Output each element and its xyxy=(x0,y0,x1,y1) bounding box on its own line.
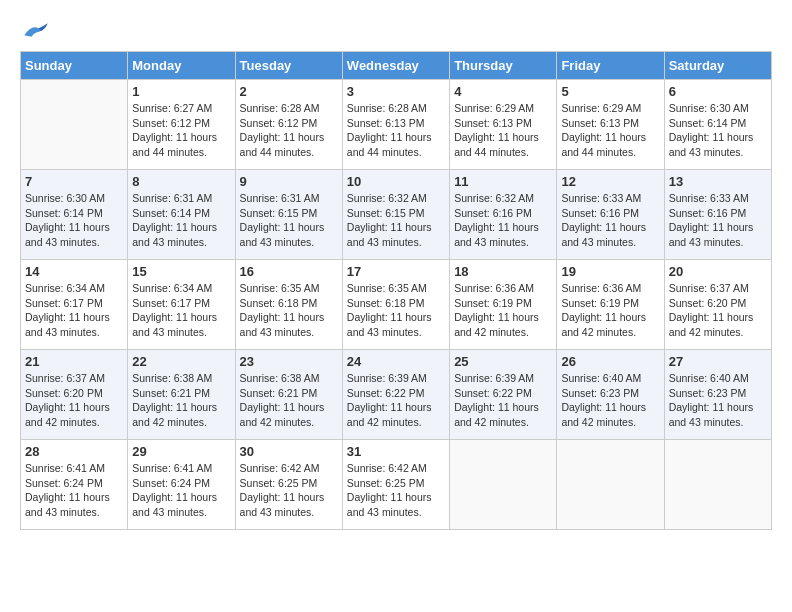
day-info: Sunrise: 6:36 AM Sunset: 6:19 PM Dayligh… xyxy=(454,281,552,340)
calendar-cell: 26Sunrise: 6:40 AM Sunset: 6:23 PM Dayli… xyxy=(557,350,664,440)
calendar-cell: 2Sunrise: 6:28 AM Sunset: 6:12 PM Daylig… xyxy=(235,80,342,170)
day-info: Sunrise: 6:31 AM Sunset: 6:14 PM Dayligh… xyxy=(132,191,230,250)
calendar-cell: 18Sunrise: 6:36 AM Sunset: 6:19 PM Dayli… xyxy=(450,260,557,350)
day-number: 11 xyxy=(454,174,552,189)
day-info: Sunrise: 6:39 AM Sunset: 6:22 PM Dayligh… xyxy=(347,371,445,430)
calendar-cell: 27Sunrise: 6:40 AM Sunset: 6:23 PM Dayli… xyxy=(664,350,771,440)
day-number: 31 xyxy=(347,444,445,459)
calendar-cell: 9Sunrise: 6:31 AM Sunset: 6:15 PM Daylig… xyxy=(235,170,342,260)
calendar-cell: 13Sunrise: 6:33 AM Sunset: 6:16 PM Dayli… xyxy=(664,170,771,260)
day-info: Sunrise: 6:40 AM Sunset: 6:23 PM Dayligh… xyxy=(561,371,659,430)
day-number: 18 xyxy=(454,264,552,279)
calendar-cell xyxy=(557,440,664,530)
calendar-cell xyxy=(450,440,557,530)
calendar-cell: 19Sunrise: 6:36 AM Sunset: 6:19 PM Dayli… xyxy=(557,260,664,350)
day-info: Sunrise: 6:38 AM Sunset: 6:21 PM Dayligh… xyxy=(240,371,338,430)
day-number: 13 xyxy=(669,174,767,189)
calendar-week-row: 7Sunrise: 6:30 AM Sunset: 6:14 PM Daylig… xyxy=(21,170,772,260)
calendar-cell: 21Sunrise: 6:37 AM Sunset: 6:20 PM Dayli… xyxy=(21,350,128,440)
day-number: 4 xyxy=(454,84,552,99)
day-number: 9 xyxy=(240,174,338,189)
header-saturday: Saturday xyxy=(664,52,771,80)
day-info: Sunrise: 6:34 AM Sunset: 6:17 PM Dayligh… xyxy=(25,281,123,340)
day-number: 12 xyxy=(561,174,659,189)
day-info: Sunrise: 6:39 AM Sunset: 6:22 PM Dayligh… xyxy=(454,371,552,430)
calendar-cell: 7Sunrise: 6:30 AM Sunset: 6:14 PM Daylig… xyxy=(21,170,128,260)
day-number: 14 xyxy=(25,264,123,279)
day-info: Sunrise: 6:30 AM Sunset: 6:14 PM Dayligh… xyxy=(25,191,123,250)
day-info: Sunrise: 6:42 AM Sunset: 6:25 PM Dayligh… xyxy=(347,461,445,520)
day-info: Sunrise: 6:30 AM Sunset: 6:14 PM Dayligh… xyxy=(669,101,767,160)
calendar-cell: 3Sunrise: 6:28 AM Sunset: 6:13 PM Daylig… xyxy=(342,80,449,170)
calendar-table: SundayMondayTuesdayWednesdayThursdayFrid… xyxy=(20,51,772,530)
day-info: Sunrise: 6:31 AM Sunset: 6:15 PM Dayligh… xyxy=(240,191,338,250)
calendar-header-row: SundayMondayTuesdayWednesdayThursdayFrid… xyxy=(21,52,772,80)
day-number: 6 xyxy=(669,84,767,99)
calendar-cell: 25Sunrise: 6:39 AM Sunset: 6:22 PM Dayli… xyxy=(450,350,557,440)
day-info: Sunrise: 6:28 AM Sunset: 6:12 PM Dayligh… xyxy=(240,101,338,160)
day-info: Sunrise: 6:37 AM Sunset: 6:20 PM Dayligh… xyxy=(25,371,123,430)
calendar-cell: 1Sunrise: 6:27 AM Sunset: 6:12 PM Daylig… xyxy=(128,80,235,170)
calendar-cell: 10Sunrise: 6:32 AM Sunset: 6:15 PM Dayli… xyxy=(342,170,449,260)
day-info: Sunrise: 6:32 AM Sunset: 6:16 PM Dayligh… xyxy=(454,191,552,250)
header-sunday: Sunday xyxy=(21,52,128,80)
day-info: Sunrise: 6:35 AM Sunset: 6:18 PM Dayligh… xyxy=(347,281,445,340)
header-thursday: Thursday xyxy=(450,52,557,80)
calendar-cell xyxy=(664,440,771,530)
header-tuesday: Tuesday xyxy=(235,52,342,80)
day-info: Sunrise: 6:36 AM Sunset: 6:19 PM Dayligh… xyxy=(561,281,659,340)
day-number: 10 xyxy=(347,174,445,189)
day-number: 26 xyxy=(561,354,659,369)
day-info: Sunrise: 6:33 AM Sunset: 6:16 PM Dayligh… xyxy=(561,191,659,250)
day-number: 21 xyxy=(25,354,123,369)
calendar-cell: 23Sunrise: 6:38 AM Sunset: 6:21 PM Dayli… xyxy=(235,350,342,440)
logo-icon xyxy=(20,21,50,41)
day-info: Sunrise: 6:32 AM Sunset: 6:15 PM Dayligh… xyxy=(347,191,445,250)
day-info: Sunrise: 6:37 AM Sunset: 6:20 PM Dayligh… xyxy=(669,281,767,340)
day-info: Sunrise: 6:34 AM Sunset: 6:17 PM Dayligh… xyxy=(132,281,230,340)
calendar-cell: 15Sunrise: 6:34 AM Sunset: 6:17 PM Dayli… xyxy=(128,260,235,350)
calendar-cell xyxy=(21,80,128,170)
header-friday: Friday xyxy=(557,52,664,80)
calendar-cell: 29Sunrise: 6:41 AM Sunset: 6:24 PM Dayli… xyxy=(128,440,235,530)
calendar-cell: 17Sunrise: 6:35 AM Sunset: 6:18 PM Dayli… xyxy=(342,260,449,350)
day-info: Sunrise: 6:35 AM Sunset: 6:18 PM Dayligh… xyxy=(240,281,338,340)
calendar-cell: 28Sunrise: 6:41 AM Sunset: 6:24 PM Dayli… xyxy=(21,440,128,530)
day-info: Sunrise: 6:33 AM Sunset: 6:16 PM Dayligh… xyxy=(669,191,767,250)
calendar-week-row: 21Sunrise: 6:37 AM Sunset: 6:20 PM Dayli… xyxy=(21,350,772,440)
calendar-cell: 31Sunrise: 6:42 AM Sunset: 6:25 PM Dayli… xyxy=(342,440,449,530)
day-info: Sunrise: 6:41 AM Sunset: 6:24 PM Dayligh… xyxy=(132,461,230,520)
day-number: 8 xyxy=(132,174,230,189)
day-number: 28 xyxy=(25,444,123,459)
day-number: 30 xyxy=(240,444,338,459)
calendar-cell: 24Sunrise: 6:39 AM Sunset: 6:22 PM Dayli… xyxy=(342,350,449,440)
calendar-cell: 14Sunrise: 6:34 AM Sunset: 6:17 PM Dayli… xyxy=(21,260,128,350)
day-number: 25 xyxy=(454,354,552,369)
day-number: 23 xyxy=(240,354,338,369)
calendar-week-row: 28Sunrise: 6:41 AM Sunset: 6:24 PM Dayli… xyxy=(21,440,772,530)
day-info: Sunrise: 6:27 AM Sunset: 6:12 PM Dayligh… xyxy=(132,101,230,160)
day-number: 1 xyxy=(132,84,230,99)
calendar-cell: 8Sunrise: 6:31 AM Sunset: 6:14 PM Daylig… xyxy=(128,170,235,260)
day-info: Sunrise: 6:38 AM Sunset: 6:21 PM Dayligh… xyxy=(132,371,230,430)
day-info: Sunrise: 6:29 AM Sunset: 6:13 PM Dayligh… xyxy=(454,101,552,160)
day-number: 29 xyxy=(132,444,230,459)
page-header xyxy=(20,20,772,41)
calendar-cell: 4Sunrise: 6:29 AM Sunset: 6:13 PM Daylig… xyxy=(450,80,557,170)
calendar-cell: 22Sunrise: 6:38 AM Sunset: 6:21 PM Dayli… xyxy=(128,350,235,440)
day-number: 19 xyxy=(561,264,659,279)
day-number: 3 xyxy=(347,84,445,99)
calendar-cell: 20Sunrise: 6:37 AM Sunset: 6:20 PM Dayli… xyxy=(664,260,771,350)
calendar-cell: 5Sunrise: 6:29 AM Sunset: 6:13 PM Daylig… xyxy=(557,80,664,170)
calendar-cell: 6Sunrise: 6:30 AM Sunset: 6:14 PM Daylig… xyxy=(664,80,771,170)
day-number: 7 xyxy=(25,174,123,189)
calendar-cell: 30Sunrise: 6:42 AM Sunset: 6:25 PM Dayli… xyxy=(235,440,342,530)
calendar-cell: 11Sunrise: 6:32 AM Sunset: 6:16 PM Dayli… xyxy=(450,170,557,260)
day-number: 24 xyxy=(347,354,445,369)
day-number: 15 xyxy=(132,264,230,279)
header-monday: Monday xyxy=(128,52,235,80)
header-wednesday: Wednesday xyxy=(342,52,449,80)
day-number: 5 xyxy=(561,84,659,99)
calendar-cell: 16Sunrise: 6:35 AM Sunset: 6:18 PM Dayli… xyxy=(235,260,342,350)
day-info: Sunrise: 6:42 AM Sunset: 6:25 PM Dayligh… xyxy=(240,461,338,520)
